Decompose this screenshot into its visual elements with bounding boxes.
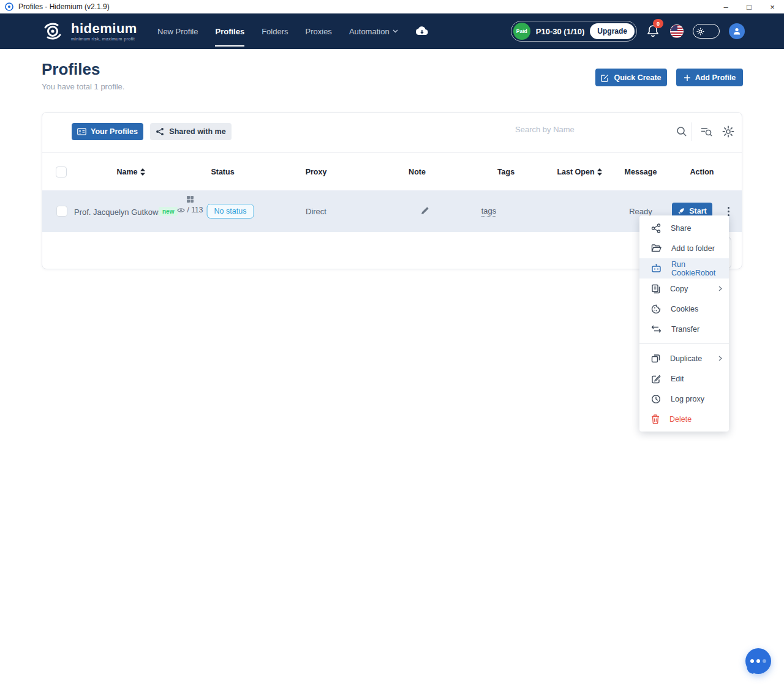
- maximize-button[interactable]: □: [737, 0, 761, 13]
- notification-count-badge: 0: [653, 19, 663, 28]
- tab-shared-with-me-label: Shared with me: [169, 127, 225, 136]
- share-nodes-icon: [156, 127, 164, 136]
- eye-icon: [177, 208, 185, 213]
- menu-item-add-to-folder[interactable]: Add to folder: [639, 238, 729, 258]
- status-badge: No status: [207, 204, 254, 219]
- nav-proxies[interactable]: Proxies: [306, 27, 332, 36]
- pencil-icon: [420, 206, 429, 216]
- profile-views: / 113: [177, 206, 203, 214]
- nav-new-profile[interactable]: New Profile: [157, 27, 198, 36]
- grid-icon: [187, 196, 194, 203]
- column-header-action: Action: [668, 168, 736, 176]
- menu-item-edit-label: Edit: [671, 375, 684, 383]
- add-profile-button[interactable]: Add Profile: [676, 69, 743, 86]
- table-header: Name Status Proxy Note Tags Last Open Me…: [42, 152, 742, 190]
- table-row[interactable]: Prof. Jacquelyn Gutkowski new / 113 No s…: [42, 190, 742, 232]
- chevron-right-icon: [718, 286, 722, 291]
- menu-item-cookies-label: Cookies: [671, 305, 698, 313]
- row-context-menu: Share Add to folder Run CookieRobot: [639, 215, 729, 432]
- row-checkbox[interactable]: [56, 206, 67, 217]
- robot-icon: [651, 264, 662, 273]
- menu-item-edit[interactable]: Edit: [639, 368, 729, 389]
- nav-automation[interactable]: Automation: [349, 27, 398, 36]
- minimize-button[interactable]: –: [714, 0, 737, 13]
- column-header-last-open[interactable]: Last Open: [546, 168, 613, 176]
- column-header-message: Message: [613, 168, 668, 176]
- tab-your-profiles[interactable]: Your Profiles: [72, 123, 143, 140]
- menu-item-transfer[interactable]: Transfer: [639, 319, 729, 339]
- menu-item-log-proxy-label: Log proxy: [671, 395, 704, 403]
- search-input[interactable]: [515, 125, 665, 134]
- nav-folders[interactable]: Folders: [262, 27, 288, 36]
- nav-automation-label: Automation: [349, 27, 390, 36]
- language-flag-us[interactable]: [670, 24, 684, 38]
- menu-item-delete[interactable]: Delete: [639, 409, 729, 429]
- column-header-note: Note: [368, 168, 466, 176]
- window-title: Profiles - Hidemium (v2.1.9): [18, 2, 110, 11]
- profile-meta: / 113: [175, 196, 205, 214]
- edit-square-icon: [601, 73, 609, 82]
- folder-icon: [651, 244, 662, 253]
- cloud-sync-icon[interactable]: [415, 26, 429, 36]
- chevron-right-icon: [718, 356, 722, 361]
- rocket-icon: [677, 208, 685, 215]
- select-all-checkbox[interactable]: [56, 166, 67, 178]
- transfer-arrows-icon: [651, 325, 662, 333]
- sort-icon: [597, 168, 602, 176]
- plan-pill: Paid P10-30 (1/10) Upgrade: [511, 21, 637, 42]
- sun-icon: [696, 28, 704, 36]
- profiles-card: Your Profiles Shared with me: [42, 112, 742, 269]
- filter-search-icon[interactable]: [700, 125, 712, 138]
- search-icon[interactable]: [676, 125, 688, 138]
- column-header-status: Status: [181, 168, 264, 176]
- menu-item-share[interactable]: Share: [639, 218, 729, 238]
- quick-create-button[interactable]: Quick Create: [595, 69, 667, 86]
- menu-divider: [639, 343, 729, 344]
- theme-toggle[interactable]: [693, 24, 720, 39]
- tags-link[interactable]: tags: [481, 206, 497, 217]
- menu-item-log-proxy[interactable]: Log proxy: [639, 389, 729, 409]
- tab-shared-with-me[interactable]: Shared with me: [150, 123, 232, 140]
- hidemium-eye-icon: [40, 19, 65, 43]
- copy-icon: [651, 284, 660, 294]
- notifications-button[interactable]: 0: [646, 23, 661, 39]
- menu-item-add-to-folder-label: Add to folder: [671, 244, 715, 253]
- brand-name: hidemium: [71, 22, 137, 36]
- column-header-name[interactable]: Name: [80, 168, 181, 176]
- start-button-label: Start: [689, 207, 706, 215]
- person-icon: [733, 27, 741, 36]
- trash-icon: [651, 414, 660, 424]
- nav-profiles[interactable]: Profiles: [215, 27, 244, 36]
- cookie-icon: [651, 304, 661, 314]
- add-profile-label: Add Profile: [695, 73, 736, 82]
- sort-icon: [140, 168, 145, 176]
- column-header-proxy: Proxy: [264, 168, 368, 176]
- profile-name: Prof. Jacquelyn Gutkowski: [74, 208, 168, 217]
- support-chat-button[interactable]: [745, 648, 772, 675]
- plus-icon: [684, 74, 691, 81]
- brand-logo[interactable]: hidemium minimum risk, maximum profit: [40, 19, 137, 43]
- menu-item-copy[interactable]: Copy: [639, 279, 729, 299]
- chevron-down-icon: [393, 29, 398, 33]
- menu-item-cookies[interactable]: Cookies: [639, 299, 729, 319]
- page-subtitle: You have total 1 profile.: [42, 82, 124, 91]
- id-card-icon: [77, 128, 86, 135]
- nav-links: New Profile Profiles Folders Proxies Aut…: [157, 13, 429, 49]
- views-count: / 113: [187, 206, 203, 214]
- note-edit-button[interactable]: [406, 190, 443, 232]
- duplicate-icon: [651, 354, 660, 363]
- user-avatar[interactable]: [729, 23, 745, 39]
- upgrade-button[interactable]: Upgrade: [590, 23, 635, 39]
- column-name-label: Name: [116, 168, 137, 176]
- settings-gear-icon[interactable]: [722, 125, 734, 138]
- page-title: Profiles: [42, 60, 100, 79]
- paid-badge: Paid: [513, 23, 530, 40]
- menu-item-run-cookierobot[interactable]: Run CookieRobot: [639, 258, 729, 279]
- toolbar-divider: [692, 122, 692, 141]
- close-button[interactable]: ×: [761, 0, 784, 13]
- proxy-value: Direct: [292, 190, 341, 232]
- brand-tagline: minimum risk, maximum profit: [71, 37, 137, 41]
- menu-item-duplicate[interactable]: Duplicate: [639, 348, 729, 368]
- menu-item-run-cookierobot-label: Run CookieRobot: [671, 260, 729, 277]
- tab-your-profiles-label: Your Profiles: [91, 127, 138, 136]
